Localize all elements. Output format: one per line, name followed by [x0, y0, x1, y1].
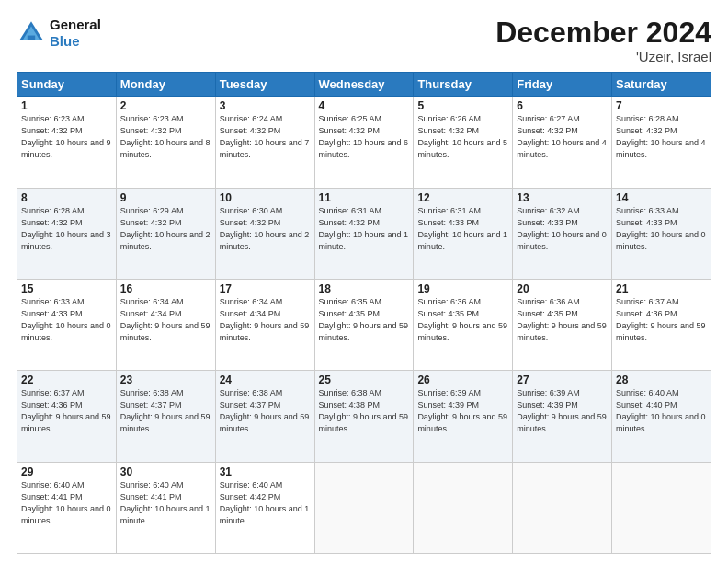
sunset-label: Sunset: 4:32 PM: [319, 218, 381, 227]
table-row: 4Sunrise: 6:25 AMSunset: 4:32 PMDaylight…: [314, 97, 414, 188]
page: General Blue December 2024 'Uzeir, Israe…: [0, 0, 728, 563]
col-thursday: Thursday: [414, 73, 513, 97]
day-info: Sunrise: 6:27 AMSunset: 4:32 PMDaylight:…: [517, 113, 608, 161]
sunrise-label: Sunrise: 6:39 AM: [517, 388, 580, 397]
sunrise-label: Sunrise: 6:31 AM: [417, 206, 481, 215]
day-info: Sunrise: 6:37 AMSunset: 4:36 PMDaylight:…: [21, 387, 112, 435]
daylight-label: Daylight: 10 hours and 0 minutes.: [21, 504, 111, 525]
day-number: 16: [120, 282, 211, 295]
sunrise-label: Sunrise: 6:25 AM: [319, 114, 382, 123]
sunset-label: Sunset: 4:40 PM: [616, 400, 677, 409]
sunset-label: Sunset: 4:36 PM: [21, 400, 83, 409]
sunrise-label: Sunrise: 6:35 AM: [319, 297, 382, 306]
sunrise-label: Sunrise: 6:40 AM: [220, 480, 283, 489]
sunset-label: Sunset: 4:35 PM: [517, 309, 578, 318]
daylight-label: Daylight: 9 hours and 59 minutes.: [120, 321, 210, 342]
sunrise-label: Sunrise: 6:40 AM: [120, 480, 184, 489]
table-row: 18Sunrise: 6:35 AMSunset: 4:35 PMDayligh…: [314, 279, 414, 370]
daylight-label: Daylight: 10 hours and 8 minutes.: [120, 138, 210, 159]
daylight-label: Daylight: 9 hours and 59 minutes.: [319, 412, 409, 433]
day-info: Sunrise: 6:33 AMSunset: 4:33 PMDaylight:…: [616, 205, 707, 253]
sunset-label: Sunset: 4:32 PM: [220, 218, 281, 227]
sunrise-label: Sunrise: 6:37 AM: [21, 388, 85, 397]
col-saturday: Saturday: [612, 73, 711, 97]
sunset-label: Sunset: 4:37 PM: [220, 400, 281, 409]
table-row: 15Sunrise: 6:33 AMSunset: 4:33 PMDayligh…: [17, 279, 117, 370]
day-number: 1: [21, 99, 112, 112]
day-number: 27: [517, 373, 608, 386]
sunset-label: Sunset: 4:33 PM: [517, 218, 578, 227]
daylight-label: Daylight: 10 hours and 4 minutes.: [517, 138, 607, 159]
sunset-label: Sunset: 4:35 PM: [417, 309, 479, 318]
day-info: Sunrise: 6:25 AMSunset: 4:32 PMDaylight:…: [319, 113, 410, 161]
daylight-label: Daylight: 10 hours and 0 minutes.: [616, 412, 706, 433]
logo-icon: [17, 18, 46, 48]
sunset-label: Sunset: 4:33 PM: [616, 218, 677, 227]
table-row: 22Sunrise: 6:37 AMSunset: 4:36 PMDayligh…: [17, 371, 117, 462]
sunset-label: Sunset: 4:32 PM: [319, 126, 381, 135]
table-row: 17Sunrise: 6:34 AMSunset: 4:34 PMDayligh…: [215, 279, 314, 370]
day-info: Sunrise: 6:28 AMSunset: 4:32 PMDaylight:…: [21, 205, 112, 253]
day-info: Sunrise: 6:31 AMSunset: 4:33 PMDaylight:…: [417, 205, 508, 253]
table-row: 23Sunrise: 6:38 AMSunset: 4:37 PMDayligh…: [116, 371, 215, 462]
daylight-label: Daylight: 10 hours and 0 minutes.: [21, 321, 111, 342]
day-number: 30: [120, 465, 211, 478]
day-info: Sunrise: 6:26 AMSunset: 4:32 PMDaylight:…: [417, 113, 508, 161]
daylight-label: Daylight: 10 hours and 7 minutes.: [220, 138, 310, 159]
day-number: 10: [220, 191, 311, 204]
table-row: [513, 462, 612, 553]
day-info: Sunrise: 6:34 AMSunset: 4:34 PMDaylight:…: [220, 296, 311, 344]
col-tuesday: Tuesday: [215, 73, 314, 97]
sunrise-label: Sunrise: 6:31 AM: [319, 206, 382, 215]
table-row: 29Sunrise: 6:40 AMSunset: 4:41 PMDayligh…: [17, 462, 117, 553]
table-row: 7Sunrise: 6:28 AMSunset: 4:32 PMDaylight…: [612, 97, 711, 188]
day-info: Sunrise: 6:36 AMSunset: 4:35 PMDaylight:…: [417, 296, 508, 344]
table-row: 5Sunrise: 6:26 AMSunset: 4:32 PMDaylight…: [414, 97, 513, 188]
day-number: 12: [417, 191, 508, 204]
sunset-label: Sunset: 4:32 PM: [120, 126, 182, 135]
table-row: 9Sunrise: 6:29 AMSunset: 4:32 PMDaylight…: [116, 188, 215, 279]
sunrise-label: Sunrise: 6:29 AM: [120, 206, 184, 215]
day-number: 28: [616, 373, 707, 386]
sunrise-label: Sunrise: 6:36 AM: [417, 297, 481, 306]
sunset-label: Sunset: 4:37 PM: [120, 400, 182, 409]
sunset-label: Sunset: 4:32 PM: [616, 126, 677, 135]
table-row: 16Sunrise: 6:34 AMSunset: 4:34 PMDayligh…: [116, 279, 215, 370]
daylight-label: Daylight: 10 hours and 4 minutes.: [616, 138, 706, 159]
calendar-table: Sunday Monday Tuesday Wednesday Thursday…: [17, 72, 711, 554]
table-row: 14Sunrise: 6:33 AMSunset: 4:33 PMDayligh…: [612, 188, 711, 279]
sunrise-label: Sunrise: 6:38 AM: [319, 388, 382, 397]
table-row: 12Sunrise: 6:31 AMSunset: 4:33 PMDayligh…: [414, 188, 513, 279]
day-info: Sunrise: 6:38 AMSunset: 4:37 PMDaylight:…: [120, 387, 211, 435]
day-info: Sunrise: 6:31 AMSunset: 4:32 PMDaylight:…: [319, 205, 410, 253]
day-info: Sunrise: 6:30 AMSunset: 4:32 PMDaylight:…: [220, 205, 311, 253]
day-number: 24: [220, 373, 311, 386]
table-row: [612, 462, 711, 553]
day-number: 14: [616, 191, 707, 204]
sunset-label: Sunset: 4:32 PM: [21, 218, 83, 227]
daylight-label: Daylight: 9 hours and 59 minutes.: [120, 412, 210, 433]
calendar-week-3: 15Sunrise: 6:33 AMSunset: 4:33 PMDayligh…: [17, 279, 711, 370]
sunset-label: Sunset: 4:38 PM: [319, 400, 381, 409]
daylight-label: Daylight: 10 hours and 1 minute.: [319, 230, 409, 251]
table-row: 31Sunrise: 6:40 AMSunset: 4:42 PMDayligh…: [215, 462, 314, 553]
day-number: 20: [517, 282, 608, 295]
day-number: 11: [319, 191, 410, 204]
day-number: 5: [417, 99, 508, 112]
subtitle: 'Uzeir, Israel: [495, 49, 711, 64]
table-row: [414, 462, 513, 553]
day-number: 9: [120, 191, 211, 204]
day-info: Sunrise: 6:24 AMSunset: 4:32 PMDaylight:…: [220, 113, 311, 161]
day-number: 31: [220, 465, 311, 478]
sunset-label: Sunset: 4:32 PM: [517, 126, 578, 135]
sunrise-label: Sunrise: 6:37 AM: [616, 297, 679, 306]
day-info: Sunrise: 6:38 AMSunset: 4:37 PMDaylight:…: [220, 387, 311, 435]
sunrise-label: Sunrise: 6:23 AM: [21, 114, 85, 123]
table-row: 28Sunrise: 6:40 AMSunset: 4:40 PMDayligh…: [612, 371, 711, 462]
day-info: Sunrise: 6:28 AMSunset: 4:32 PMDaylight:…: [616, 113, 707, 161]
sunrise-label: Sunrise: 6:27 AM: [517, 114, 580, 123]
sunrise-label: Sunrise: 6:26 AM: [417, 114, 481, 123]
daylight-label: Daylight: 9 hours and 59 minutes.: [21, 412, 111, 433]
daylight-label: Daylight: 10 hours and 1 minute.: [220, 504, 310, 525]
table-row: 20Sunrise: 6:36 AMSunset: 4:35 PMDayligh…: [513, 279, 612, 370]
